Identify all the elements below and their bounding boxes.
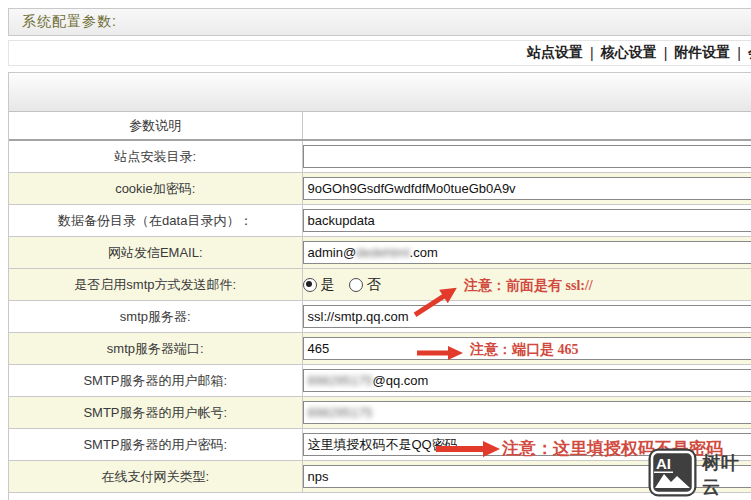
data-backup-dir-label: 数据备份目录（在data目录内）： [9,205,302,237]
table-row-smtp-user-account: SMTP服务器的用户帐号:898295175 [9,397,751,429]
cookie-encrypt-key-value-cell: 9oGOh9GsdfGwdfdfMo0tueGb0A9v [302,173,751,205]
blurred-text: 898295175 [308,373,373,388]
table-row-site-sender-email: 网站发信EMAIL:admin@dedehtml.com [9,237,751,269]
smtp-port-label: smtp服务器端口: [9,333,302,365]
nav-attachment-settings[interactable]: 附件设置 [674,44,730,62]
smtp-user-account-input[interactable]: 898295175 [303,401,751,424]
settings-nav-links: 站点设置|核心设置|附件设置|会员设置 [527,41,751,65]
site-sender-email-value-cell: admin@dedehtml.com [302,237,751,269]
smtp-user-account-value-cell: 898295175 [302,397,751,429]
smtp-user-mailbox-value-cell: 898295175@qq.com [302,365,751,397]
smtp-enabled-radio-option[interactable] [349,278,363,292]
input-text: 9oGOh9GsdfGwdfdfMo0tueGb0A9v [308,181,516,196]
settings-nav-bar: 站点设置|核心设置|附件设置|会员设置 [8,40,751,66]
table-header-row: 参数说明 [9,112,751,140]
nav-site-settings[interactable]: 站点设置 [527,44,583,62]
input-text: backupdata [308,213,375,228]
smtp-server-input[interactable]: ssl://smtp.qq.com [303,305,751,328]
input-text: nps [308,469,329,484]
smtp-enabled-radio-label[interactable]: 是 [321,276,335,294]
nav-separator: | [590,45,594,61]
watermark-brand: 树叶云 [702,451,751,499]
site-sender-email-input[interactable]: admin@dedehtml.com [303,241,751,264]
blurred-text: dedehtml [356,245,409,260]
cookie-encrypt-key-input[interactable]: 9oGOh9GsdfGwdfdfMo0tueGb0A9v [303,177,751,200]
red-arrow-icon [436,441,500,461]
nav-core-settings[interactable]: 核心设置 [601,44,657,62]
panel-toolband [9,73,751,112]
annotation-port: 注意：端口是 465 [470,341,579,359]
site-sender-email-label: 网站发信EMAIL: [9,237,302,269]
smtp-user-mailbox-label: SMTP服务器的用户邮箱: [9,365,302,397]
table-row-smtp-server: smtp服务器:ssl://smtp.qq.com [9,301,751,333]
smtp-user-password-label: SMTP服务器的用户密码: [9,429,302,461]
smtp-user-mailbox-input[interactable]: 898295175@qq.com [303,369,751,392]
nav-separator: | [737,45,741,61]
data-backup-dir-value-cell: backupdata [302,205,751,237]
input-text: admin@ [308,245,357,260]
system-config-page: 系统配置参数: 站点设置|核心设置|附件设置|会员设置 参数说明 站点安装目录:… [0,0,751,500]
config-panel: 参数说明 站点安装目录:cookie加密码:9oGOh9GsdfGwdfdfMo… [8,72,751,500]
table-row-cookie-encrypt-key: cookie加密码:9oGOh9GsdfGwdfdfMo0tueGb0A9v [9,173,751,205]
table-header-value [302,112,751,140]
blurred-text: 898295175 [308,405,373,420]
data-backup-dir-input[interactable]: backupdata [303,209,751,232]
table-row-site-install-dir: 站点安装目录: [9,140,751,173]
site-install-dir-label: 站点安装目录: [9,140,302,173]
watermark: AI 树叶云 [648,448,751,500]
smtp-user-account-label: SMTP服务器的用户帐号: [9,397,302,429]
annotation-ssl-prefix: 注意：前面是有 ssl:// [464,277,593,295]
config-table: 参数说明 站点安装目录:cookie加密码:9oGOh9GsdfGwdfdfMo… [9,112,751,493]
table-row-data-backup-dir: 数据备份目录（在data目录内）：backupdata [9,205,751,237]
site-install-dir-value-cell [302,140,751,173]
table-row-payment-gateway-type: 在线支付网关类型:nps [9,461,751,493]
table-header-label: 参数说明 [9,112,302,140]
smtp-server-value-cell: ssl://smtp.qq.com [302,301,751,333]
payment-gateway-type-label: 在线支付网关类型: [9,461,302,493]
input-text: ssl://smtp.qq.com [308,309,409,324]
site-install-dir-input[interactable] [303,145,751,168]
input-text: .com [410,245,438,260]
watermark-logo-icon: AI [648,448,697,500]
nav-separator: | [664,45,668,61]
red-arrow-icon [417,346,463,364]
smtp-enabled-label: 是否启用smtp方式发送邮件: [9,269,302,301]
smtp-server-label: smtp服务器: [9,301,302,333]
input-text: 465 [308,341,330,356]
cookie-encrypt-key-label: cookie加密码: [9,173,302,205]
smtp-enabled-radio-label[interactable]: 否 [367,276,381,294]
page-title: 系统配置参数: [9,13,117,31]
table-row-smtp-user-mailbox: SMTP服务器的用户邮箱:898295175@qq.com [9,365,751,397]
table-row-smtp-port: smtp服务器端口:465 [9,333,751,365]
page-title-bar: 系统配置参数: [8,8,751,36]
watermark-logo-text: AI [656,455,671,472]
table-row-smtp-enabled: 是否启用smtp方式发送邮件:是否 [9,269,751,301]
input-text: @qq.com [373,373,429,388]
smtp-enabled-radio-selected[interactable] [303,278,317,292]
